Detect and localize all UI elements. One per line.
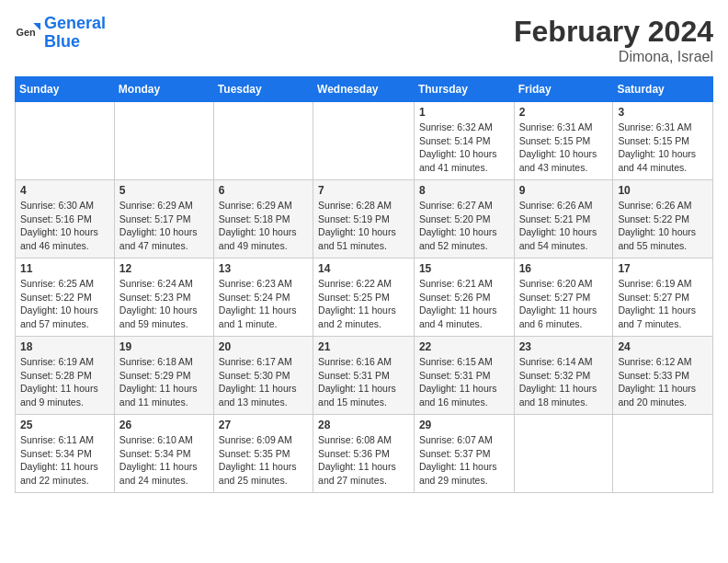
page-subtitle: Dimona, Israel xyxy=(514,49,713,65)
column-header-tuesday: Tuesday xyxy=(213,77,313,102)
day-number: 23 xyxy=(519,340,609,353)
column-header-thursday: Thursday xyxy=(414,77,514,102)
calendar-cell: 23Sunrise: 6:14 AMSunset: 5:32 PMDayligh… xyxy=(514,337,613,415)
column-header-wednesday: Wednesday xyxy=(313,77,415,102)
day-number: 21 xyxy=(318,340,409,353)
calendar-cell: 29Sunrise: 6:07 AMSunset: 5:37 PMDayligh… xyxy=(414,415,514,493)
day-number: 10 xyxy=(618,184,708,197)
day-info: Sunrise: 6:17 AMSunset: 5:30 PMDaylight:… xyxy=(219,355,308,409)
day-info: Sunrise: 6:15 AMSunset: 5:31 PMDaylight:… xyxy=(419,355,509,409)
calendar-cell: 10Sunrise: 6:26 AMSunset: 5:22 PMDayligh… xyxy=(613,180,713,259)
day-info: Sunrise: 6:20 AMSunset: 5:27 PMDaylight:… xyxy=(519,277,609,331)
calendar-cell: 25Sunrise: 6:11 AMSunset: 5:34 PMDayligh… xyxy=(16,415,115,493)
day-number: 8 xyxy=(419,184,509,197)
calendar-cell: 27Sunrise: 6:09 AMSunset: 5:35 PMDayligh… xyxy=(213,415,313,493)
day-number: 28 xyxy=(318,419,409,431)
day-info: Sunrise: 6:23 AMSunset: 5:24 PMDaylight:… xyxy=(219,277,308,331)
day-info: Sunrise: 6:26 AMSunset: 5:22 PMDaylight:… xyxy=(618,199,708,253)
day-number: 24 xyxy=(618,340,708,353)
column-header-saturday: Saturday xyxy=(613,77,713,102)
day-info: Sunrise: 6:19 AMSunset: 5:27 PMDaylight:… xyxy=(618,277,708,331)
calendar-cell xyxy=(213,102,313,180)
day-number: 25 xyxy=(20,419,109,431)
day-number: 9 xyxy=(519,184,609,197)
calendar-cell: 12Sunrise: 6:24 AMSunset: 5:23 PMDayligh… xyxy=(114,259,213,337)
calendar-cell xyxy=(16,102,115,180)
day-number: 1 xyxy=(419,106,509,119)
calendar-week-row: 11Sunrise: 6:25 AMSunset: 5:22 PMDayligh… xyxy=(16,259,713,337)
svg-text:Gen: Gen xyxy=(17,27,36,38)
day-info: Sunrise: 6:31 AMSunset: 5:15 PMDaylight:… xyxy=(519,121,609,175)
day-number: 4 xyxy=(20,184,109,197)
calendar-cell: 15Sunrise: 6:21 AMSunset: 5:26 PMDayligh… xyxy=(414,259,514,337)
day-info: Sunrise: 6:09 AMSunset: 5:35 PMDaylight:… xyxy=(219,433,308,488)
calendar-cell: 8Sunrise: 6:27 AMSunset: 5:20 PMDaylight… xyxy=(414,180,514,259)
page-header: Gen General Blue February 2024 Dimona, I… xyxy=(15,15,713,65)
day-info: Sunrise: 6:25 AMSunset: 5:22 PMDaylight:… xyxy=(20,277,109,331)
day-info: Sunrise: 6:18 AMSunset: 5:29 PMDaylight:… xyxy=(119,355,209,409)
day-number: 16 xyxy=(519,262,609,275)
calendar-cell: 18Sunrise: 6:19 AMSunset: 5:28 PMDayligh… xyxy=(16,337,115,415)
calendar-cell: 6Sunrise: 6:29 AMSunset: 5:18 PMDaylight… xyxy=(213,180,313,259)
calendar-week-row: 4Sunrise: 6:30 AMSunset: 5:16 PMDaylight… xyxy=(16,180,713,259)
day-info: Sunrise: 6:08 AMSunset: 5:36 PMDaylight:… xyxy=(318,433,409,488)
day-info: Sunrise: 6:19 AMSunset: 5:28 PMDaylight:… xyxy=(20,355,109,409)
calendar-cell: 9Sunrise: 6:26 AMSunset: 5:21 PMDaylight… xyxy=(514,180,613,259)
calendar-cell: 3Sunrise: 6:31 AMSunset: 5:15 PMDaylight… xyxy=(613,102,713,180)
day-number: 7 xyxy=(318,184,409,197)
day-info: Sunrise: 6:11 AMSunset: 5:34 PMDaylight:… xyxy=(20,433,109,488)
day-info: Sunrise: 6:22 AMSunset: 5:25 PMDaylight:… xyxy=(318,277,409,331)
calendar-week-row: 25Sunrise: 6:11 AMSunset: 5:34 PMDayligh… xyxy=(16,415,713,493)
calendar-cell: 22Sunrise: 6:15 AMSunset: 5:31 PMDayligh… xyxy=(414,337,514,415)
calendar-cell: 14Sunrise: 6:22 AMSunset: 5:25 PMDayligh… xyxy=(313,259,415,337)
day-info: Sunrise: 6:30 AMSunset: 5:16 PMDaylight:… xyxy=(20,199,109,253)
day-number: 26 xyxy=(119,419,209,431)
day-info: Sunrise: 6:28 AMSunset: 5:19 PMDaylight:… xyxy=(318,199,409,253)
calendar-cell: 19Sunrise: 6:18 AMSunset: 5:29 PMDayligh… xyxy=(114,337,213,415)
calendar-cell: 5Sunrise: 6:29 AMSunset: 5:17 PMDaylight… xyxy=(114,180,213,259)
day-info: Sunrise: 6:31 AMSunset: 5:15 PMDaylight:… xyxy=(618,121,708,175)
calendar-header-row: SundayMondayTuesdayWednesdayThursdayFrid… xyxy=(16,77,713,102)
day-number: 2 xyxy=(519,106,609,119)
page-title: February 2024 xyxy=(514,15,713,49)
calendar-cell: 4Sunrise: 6:30 AMSunset: 5:16 PMDaylight… xyxy=(16,180,115,259)
day-number: 29 xyxy=(419,419,509,431)
day-info: Sunrise: 6:27 AMSunset: 5:20 PMDaylight:… xyxy=(419,199,509,253)
day-info: Sunrise: 6:24 AMSunset: 5:23 PMDaylight:… xyxy=(119,277,209,331)
calendar-cell: 11Sunrise: 6:25 AMSunset: 5:22 PMDayligh… xyxy=(16,259,115,337)
calendar-cell: 2Sunrise: 6:31 AMSunset: 5:15 PMDaylight… xyxy=(514,102,613,180)
day-number: 13 xyxy=(219,262,308,275)
column-header-friday: Friday xyxy=(514,77,613,102)
day-info: Sunrise: 6:29 AMSunset: 5:17 PMDaylight:… xyxy=(119,199,209,253)
calendar-cell: 26Sunrise: 6:10 AMSunset: 5:34 PMDayligh… xyxy=(114,415,213,493)
calendar-cell xyxy=(313,102,415,180)
logo-icon: Gen xyxy=(15,20,40,46)
calendar-cell xyxy=(514,415,613,493)
day-info: Sunrise: 6:07 AMSunset: 5:37 PMDaylight:… xyxy=(419,433,509,488)
calendar-cell: 20Sunrise: 6:17 AMSunset: 5:30 PMDayligh… xyxy=(213,337,313,415)
day-info: Sunrise: 6:26 AMSunset: 5:21 PMDaylight:… xyxy=(519,199,609,253)
column-header-sunday: Sunday xyxy=(16,77,115,102)
day-number: 6 xyxy=(219,184,308,197)
calendar-cell: 13Sunrise: 6:23 AMSunset: 5:24 PMDayligh… xyxy=(213,259,313,337)
day-number: 11 xyxy=(20,262,109,275)
calendar-cell xyxy=(114,102,213,180)
calendar-cell: 16Sunrise: 6:20 AMSunset: 5:27 PMDayligh… xyxy=(514,259,613,337)
day-number: 27 xyxy=(219,419,308,431)
day-number: 17 xyxy=(618,262,708,275)
title-block: February 2024 Dimona, Israel xyxy=(514,15,713,65)
day-info: Sunrise: 6:29 AMSunset: 5:18 PMDaylight:… xyxy=(219,199,308,253)
day-number: 18 xyxy=(20,340,109,353)
calendar-cell: 24Sunrise: 6:12 AMSunset: 5:33 PMDayligh… xyxy=(613,337,713,415)
calendar-table: SundayMondayTuesdayWednesdayThursdayFrid… xyxy=(15,76,713,493)
day-number: 15 xyxy=(419,262,509,275)
day-number: 12 xyxy=(119,262,209,275)
day-number: 20 xyxy=(219,340,308,353)
day-number: 14 xyxy=(318,262,409,275)
day-number: 5 xyxy=(119,184,209,197)
calendar-cell xyxy=(613,415,713,493)
calendar-cell: 7Sunrise: 6:28 AMSunset: 5:19 PMDaylight… xyxy=(313,180,415,259)
day-info: Sunrise: 6:16 AMSunset: 5:31 PMDaylight:… xyxy=(318,355,409,409)
logo: Gen General Blue xyxy=(15,15,106,52)
calendar-week-row: 18Sunrise: 6:19 AMSunset: 5:28 PMDayligh… xyxy=(16,337,713,415)
